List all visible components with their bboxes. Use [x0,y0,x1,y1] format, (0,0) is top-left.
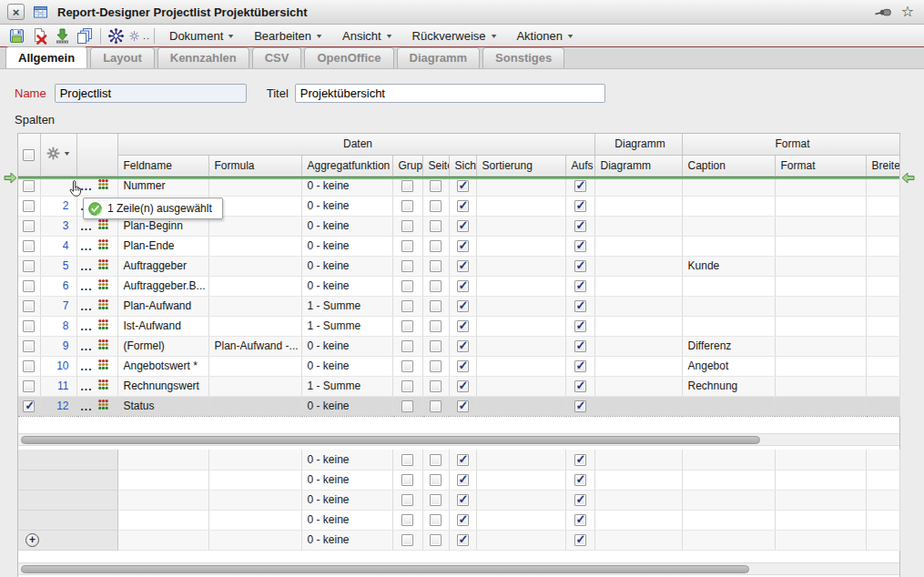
breite-cell[interactable] [866,376,899,396]
delete-document-icon[interactable] [28,25,51,46]
breite-cell[interactable] [866,490,899,510]
row-options-button[interactable]: ... [81,360,93,373]
fieldname-cell[interactable]: Plan-Ende [117,236,208,256]
seite-checkbox[interactable] [430,360,442,372]
grup-checkbox[interactable] [401,240,413,252]
caption-cell[interactable]: Kunde [682,256,775,276]
sortierung-cell[interactable] [476,316,565,336]
aufs-checkbox[interactable] [574,454,586,466]
grup-checkbox[interactable] [401,180,413,192]
references-icon[interactable] [105,25,127,46]
fieldname-cell[interactable]: Angebotswert * [117,356,208,376]
format-cell[interactable] [775,256,866,276]
tab-csv[interactable]: CSV [252,47,302,68]
breite-cell[interactable] [866,316,899,336]
row-options-button[interactable]: ... [81,340,93,353]
sicht-checkbox[interactable] [457,240,469,252]
seite-checkbox[interactable] [430,534,442,546]
format-cell[interactable] [775,196,866,216]
format-cell[interactable] [775,236,866,256]
diagramm-cell[interactable] [594,316,682,336]
formula-cell[interactable] [208,376,301,396]
format-cell[interactable] [775,450,866,470]
grup-checkbox[interactable] [401,260,413,272]
sicht-checkbox[interactable] [457,320,469,332]
formula-cell[interactable] [208,490,301,510]
caption-cell[interactable]: Angebot [682,356,775,376]
diagramm-cell[interactable] [594,236,682,256]
diagramm-cell[interactable] [594,490,682,510]
seite-checkbox[interactable] [430,494,442,506]
caption-cell[interactable] [682,216,775,236]
sortierung-cell[interactable] [476,376,565,396]
fieldname-cell[interactable]: Rechnungswert [117,376,208,396]
aggregat-cell[interactable]: 0 - keine [301,530,392,550]
row-checkbox[interactable] [23,400,35,412]
grup-checkbox[interactable] [401,360,413,372]
aggregat-cell[interactable]: 0 - keine [301,510,392,530]
caption-cell[interactable] [682,490,775,510]
col-header-caption[interactable]: Caption [682,155,775,176]
fieldname-cell[interactable] [117,470,208,490]
caption-cell[interactable] [682,236,775,256]
diagramm-cell[interactable] [594,396,682,416]
seite-checkbox[interactable] [430,280,442,292]
formula-cell[interactable] [208,296,301,316]
fieldname-cell[interactable]: Plan-Aufwand [117,296,208,316]
aufs-checkbox[interactable] [574,360,586,372]
sicht-checkbox[interactable] [457,474,469,486]
scrollbar-thumb[interactable] [21,565,749,573]
sicht-checkbox[interactable] [457,260,469,272]
save-icon[interactable] [5,25,28,46]
row-number[interactable]: 7 [40,296,76,316]
format-cell[interactable] [775,276,866,296]
sortierung-cell[interactable] [476,256,565,276]
row-number[interactable]: 5 [40,256,76,276]
row-options-button[interactable]: ... [81,280,93,293]
aggregat-cell[interactable]: 0 - keine [301,470,392,490]
caption-cell[interactable] [682,510,775,530]
grup-checkbox[interactable] [401,320,413,332]
seite-checkbox[interactable] [430,180,442,192]
sortierung-cell[interactable] [476,530,565,550]
grup-checkbox[interactable] [401,340,413,352]
format-cell[interactable] [775,530,866,550]
tab-sonstiges[interactable]: Sonstiges [482,47,564,68]
caption-cell[interactable] [682,530,775,550]
sicht-checkbox[interactable] [457,514,469,526]
sortierung-cell[interactable] [476,396,565,416]
diagramm-cell[interactable] [594,450,682,470]
diagramm-cell[interactable] [594,276,682,296]
fieldname-cell[interactable]: Status [117,396,208,416]
aufs-checkbox[interactable] [574,240,586,252]
col-header-aufs[interactable]: Aufs [565,155,594,176]
aggregat-cell[interactable]: 1 - Summe [301,296,392,316]
row-options-button[interactable]: ... [81,400,93,413]
sortierung-cell[interactable] [476,490,565,510]
fieldname-cell[interactable]: Auftraggeber [117,256,208,276]
row-number[interactable]: 12 [40,396,76,416]
tab-kennzahlen[interactable]: Kennzahlen [157,47,249,68]
row-checkbox[interactable] [23,260,35,272]
formula-cell[interactable] [208,470,301,490]
sicht-checkbox[interactable] [457,300,469,312]
col-header-grup[interactable]: Grup [392,155,422,176]
formula-cell[interactable] [208,316,301,336]
breite-cell[interactable] [866,530,899,550]
grup-checkbox[interactable] [401,474,413,486]
formula-cell[interactable] [208,530,301,550]
seite-checkbox[interactable] [430,454,442,466]
caption-cell[interactable] [682,396,775,416]
diagramm-cell[interactable] [594,196,682,216]
format-cell[interactable] [775,316,866,336]
col-header-feldname[interactable]: Feldname [117,155,208,176]
row-checkbox[interactable] [23,340,35,352]
col-header-diagramm[interactable]: Diagramm [594,155,682,176]
sortierung-cell[interactable] [476,236,565,256]
tab-layout[interactable]: Layout [90,47,155,68]
caption-cell[interactable] [682,316,775,336]
col-header-sortierung[interactable]: Sortierung [476,155,565,176]
seite-checkbox[interactable] [430,300,442,312]
fieldname-cell[interactable]: Auftraggeber.B... [117,276,208,296]
sicht-checkbox[interactable] [457,400,469,412]
